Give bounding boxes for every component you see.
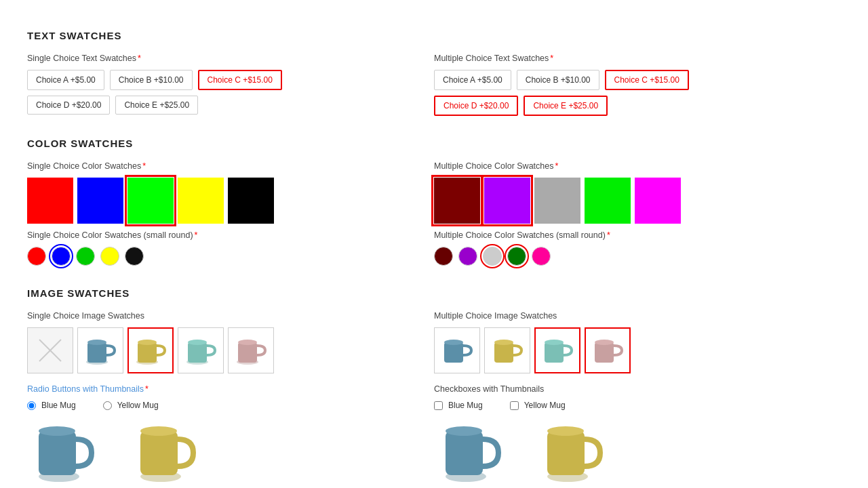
single-color-red[interactable] xyxy=(27,178,73,224)
checkbox-blue-mug[interactable]: Blue Mug xyxy=(434,401,483,410)
single-color-small-label: Single Choice Color Swatches (small roun… xyxy=(27,230,420,240)
svg-point-7 xyxy=(138,340,157,345)
multiple-text-swatches-row2: Choice D +$20.00 Choice E +$25.00 xyxy=(434,96,827,116)
multiple-color-gray[interactable] xyxy=(534,178,580,224)
multiple-color-darkred[interactable] xyxy=(434,178,480,224)
single-text-choice-a[interactable]: Choice A +$5.00 xyxy=(27,70,104,90)
svg-point-10 xyxy=(188,340,207,345)
yellow-mug-icon xyxy=(132,332,169,369)
svg-point-25 xyxy=(545,340,564,345)
single-color-green[interactable] xyxy=(127,178,174,224)
single-image-teal-mug[interactable] xyxy=(178,327,224,373)
multiple-image-label: Multiple Choice Image Swatches xyxy=(434,311,827,321)
single-text-swatches: Choice A +$5.00 Choice B +$10.00 Choice … xyxy=(27,70,420,90)
svg-rect-24 xyxy=(545,342,564,363)
multiple-text-choice-c[interactable]: Choice C +$15.00 xyxy=(605,70,689,90)
svg-rect-20 xyxy=(444,342,463,363)
svg-rect-6 xyxy=(138,342,157,363)
multiple-text-choice-b[interactable]: Choice B +$10.00 xyxy=(517,70,599,90)
multiple-small-gray[interactable] xyxy=(483,247,502,266)
single-small-blue[interactable] xyxy=(52,247,71,266)
checkbox-yellow-mug-label: Yellow Mug xyxy=(524,401,566,410)
single-color-large-swatches xyxy=(27,178,420,224)
multiple-image-mauve-mug[interactable] xyxy=(585,327,631,373)
single-text-swatches-row2: Choice D +$20.00 Choice E +$25.00 xyxy=(27,96,420,115)
single-small-red[interactable] xyxy=(27,247,46,266)
svg-rect-3 xyxy=(87,342,106,363)
svg-rect-22 xyxy=(494,342,513,363)
multiple-image-blue-mug[interactable] xyxy=(434,327,480,373)
single-text-choice-e[interactable]: Choice E +$25.00 xyxy=(115,96,198,115)
checkbox-yellow-mug-input[interactable] xyxy=(510,401,519,410)
multiple-text-choice-e[interactable]: Choice E +$25.00 xyxy=(524,96,608,116)
image-swatches-title: IMAGE SWATCHES xyxy=(27,287,841,299)
checkbox-thumbnails-label: Checkboxes with Thumbnails xyxy=(434,384,827,394)
svg-rect-18 xyxy=(140,431,178,475)
multiple-text-choice-a[interactable]: Choice A +$5.00 xyxy=(434,70,511,90)
single-color-col: Single Choice Color Swatches* Single Cho… xyxy=(27,161,434,271)
multiple-color-green[interactable] xyxy=(585,178,631,224)
single-image-label: Single Choice Image Swatches xyxy=(27,311,420,321)
single-text-choice-c[interactable]: Choice C +$15.00 xyxy=(198,70,282,90)
multiple-text-col: Multiple Choice Text Swatches* Choice A … xyxy=(434,54,841,121)
radio-thumb-images xyxy=(27,417,420,485)
multiple-image-swatches xyxy=(434,327,827,373)
radio-yellow-mug[interactable]: Yellow Mug xyxy=(103,401,159,410)
single-color-black[interactable] xyxy=(228,178,274,224)
svg-point-21 xyxy=(444,340,463,345)
single-small-green[interactable] xyxy=(76,247,95,266)
radio-yellow-mug-label: Yellow Mug xyxy=(117,401,159,410)
radio-yellow-mug-image xyxy=(129,417,210,485)
checkbox-blue-mug-label: Blue Mug xyxy=(448,401,483,410)
single-image-blue-mug[interactable] xyxy=(77,327,123,373)
mauve-mug-icon xyxy=(233,332,269,369)
svg-rect-9 xyxy=(188,342,207,363)
single-text-label: Single Choice Text Swatches* xyxy=(27,54,420,63)
single-text-choice-b[interactable]: Choice B +$10.00 xyxy=(110,70,193,90)
multiple-image-col: Multiple Choice Image Swatches xyxy=(434,311,841,485)
single-image-col: Single Choice Image Swatches xyxy=(27,311,434,485)
single-image-mauve-mug[interactable] xyxy=(228,327,274,373)
text-swatches-title: TEXT SWATCHES xyxy=(27,30,841,41)
teal-mug-icon xyxy=(182,332,219,369)
checkbox-thumb-options: Blue Mug Yellow Mug xyxy=(434,401,827,410)
checkbox-blue-mug-input[interactable] xyxy=(434,401,443,410)
multiple-small-pink[interactable] xyxy=(532,247,551,266)
multiple-image-teal-mug[interactable] xyxy=(534,327,580,373)
radio-blue-mug-input[interactable] xyxy=(27,401,36,410)
radio-blue-mug[interactable]: Blue Mug xyxy=(27,401,76,410)
multiple-color-small-swatches xyxy=(434,247,827,266)
multiple-small-purple[interactable] xyxy=(458,247,477,266)
checkbox-yellow-mug-image xyxy=(536,417,617,485)
svg-rect-12 xyxy=(238,342,257,363)
svg-point-30 xyxy=(446,426,482,436)
multiple-text-choice-d[interactable]: Choice D +$20.00 xyxy=(434,96,518,116)
svg-rect-26 xyxy=(595,342,614,363)
svg-point-4 xyxy=(87,340,106,345)
single-image-empty[interactable] xyxy=(27,327,73,373)
single-small-black[interactable] xyxy=(125,247,144,266)
single-color-blue[interactable] xyxy=(77,178,123,224)
radio-thumbnails-label: Radio Buttons with Thumbnails* xyxy=(27,384,420,394)
multiple-color-magenta[interactable] xyxy=(635,178,681,224)
single-image-yellow-mug[interactable] xyxy=(127,327,174,373)
radio-yellow-mug-input[interactable] xyxy=(103,401,112,410)
multiple-small-green[interactable] xyxy=(507,247,526,266)
radio-blue-mug-label: Blue Mug xyxy=(41,401,76,410)
svg-rect-15 xyxy=(39,431,76,475)
radio-blue-mug-image xyxy=(27,417,108,485)
multiple-color-purple[interactable] xyxy=(484,178,530,224)
multiple-small-darkred[interactable] xyxy=(434,247,453,266)
single-image-swatches xyxy=(27,327,420,373)
multiple-image-yellow-mug[interactable] xyxy=(484,327,530,373)
checkbox-yellow-mug[interactable]: Yellow Mug xyxy=(510,401,566,410)
multiple-color-label: Multiple Choice Color Swatches* xyxy=(434,161,827,171)
svg-rect-29 xyxy=(446,431,483,475)
multiple-color-col: Multiple Choice Color Swatches* Multiple… xyxy=(434,161,841,271)
no-image-icon xyxy=(37,337,64,364)
single-small-yellow[interactable] xyxy=(100,247,119,266)
single-text-choice-d[interactable]: Choice D +$20.00 xyxy=(27,96,110,115)
svg-point-23 xyxy=(494,340,513,345)
multiple-text-swatches: Choice A +$5.00 Choice B +$10.00 Choice … xyxy=(434,70,827,90)
single-color-yellow[interactable] xyxy=(178,178,224,224)
